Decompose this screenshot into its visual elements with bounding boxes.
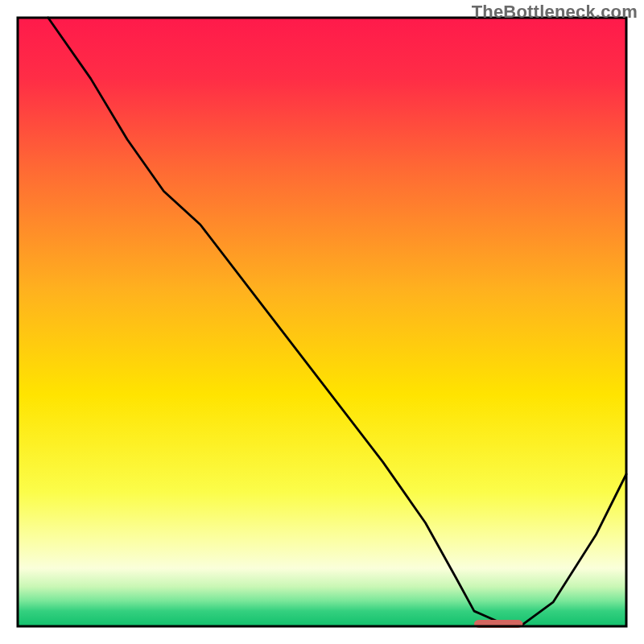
watermark-text: TheBottleneck.com — [472, 2, 638, 23]
bottleneck-chart: TheBottleneck.com — [0, 0, 644, 644]
chart-svg — [0, 0, 644, 644]
